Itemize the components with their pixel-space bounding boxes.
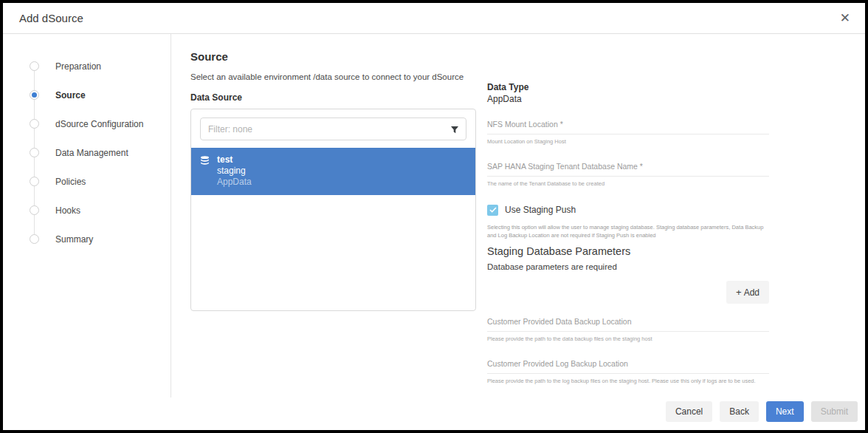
database-icon <box>200 156 210 188</box>
step-circle-icon <box>30 90 39 100</box>
source-environment: staging <box>217 166 252 177</box>
source-details-panel: Data Type AppData NFS Mount Location * M… <box>487 82 769 386</box>
source-step-panel: Source Select an available environment /… <box>171 34 865 398</box>
page-title: Source <box>190 50 865 63</box>
list-item-test[interactable]: test staging AppData <box>191 148 475 195</box>
use-staging-push-label: Use Staging Push <box>505 205 576 215</box>
step-circle-icon <box>30 148 39 157</box>
step-circle-icon <box>30 119 39 129</box>
cancel-button[interactable]: Cancel <box>666 401 712 422</box>
source-name: test <box>217 154 252 166</box>
filter-icon <box>450 124 459 137</box>
step-circle-icon <box>30 177 39 186</box>
step-summary[interactable]: Summary <box>30 225 170 253</box>
wizard-stepper: Preparation Source dSource Configuration… <box>3 34 171 398</box>
step-source[interactable]: Source <box>30 81 170 109</box>
submit-button: Submit <box>811 401 858 422</box>
nfs-mount-location-input[interactable]: NFS Mount Location * <box>487 120 769 134</box>
step-policies[interactable]: Policies <box>30 167 170 196</box>
step-circle-icon <box>30 234 39 244</box>
log-backup-location-field: Customer Provided Log Backup Location Pl… <box>487 359 769 386</box>
step-circle-icon <box>30 205 39 215</box>
tenant-database-name-input[interactable]: SAP HANA Staging Tenant Database Name * <box>487 162 769 177</box>
back-button[interactable]: Back <box>720 401 759 422</box>
log-backup-location-input[interactable]: Customer Provided Log Backup Location <box>487 359 769 374</box>
step-dsource-configuration[interactable]: dSource Configuration <box>30 109 170 138</box>
step-hooks[interactable]: Hooks <box>30 196 170 225</box>
use-staging-push-checkbox[interactable]: Use Staging Push <box>487 205 769 216</box>
step-circle-icon <box>30 61 39 71</box>
add-parameter-button[interactable]: +Add <box>726 281 769 304</box>
dialog-header: Add dSource ✕ <box>3 3 865 34</box>
staging-push-description: Selecting this option will allow the use… <box>487 223 769 240</box>
dialog-footer: Cancel Back Next Submit <box>3 398 865 430</box>
checkbox-checked-icon[interactable] <box>487 205 498 216</box>
data-source-label: Data Source <box>190 92 476 103</box>
nfs-mount-location-field: NFS Mount Location * Mount Location on S… <box>487 120 769 146</box>
data-backup-location-input[interactable]: Customer Provided Data Backup Location <box>487 317 769 332</box>
next-button[interactable]: Next <box>766 401 804 422</box>
data-type-label: Data Type <box>487 82 769 92</box>
dialog-title: Add dSource <box>19 12 83 24</box>
staging-db-params-subtitle: Database parameters are required <box>487 262 769 271</box>
add-dsource-dialog: Add dSource ✕ Preparation Source dSource… <box>0 0 868 433</box>
step-data-management[interactable]: Data Management <box>30 138 170 167</box>
source-type: AppData <box>217 177 252 188</box>
page-subtitle: Select an available environment /data so… <box>190 72 865 81</box>
close-icon[interactable]: ✕ <box>840 12 850 24</box>
filter-input[interactable] <box>200 117 466 140</box>
data-source-list: test staging AppData <box>190 109 476 311</box>
step-preparation[interactable]: Preparation <box>30 52 170 81</box>
staging-db-params-title: Staging Database Parameters <box>487 245 769 257</box>
tenant-database-name-field: SAP HANA Staging Tenant Database Name * … <box>487 162 769 188</box>
data-backup-location-field: Customer Provided Data Backup Location P… <box>487 317 769 344</box>
data-type-value: AppData <box>487 94 769 104</box>
plus-icon: + <box>736 287 742 298</box>
